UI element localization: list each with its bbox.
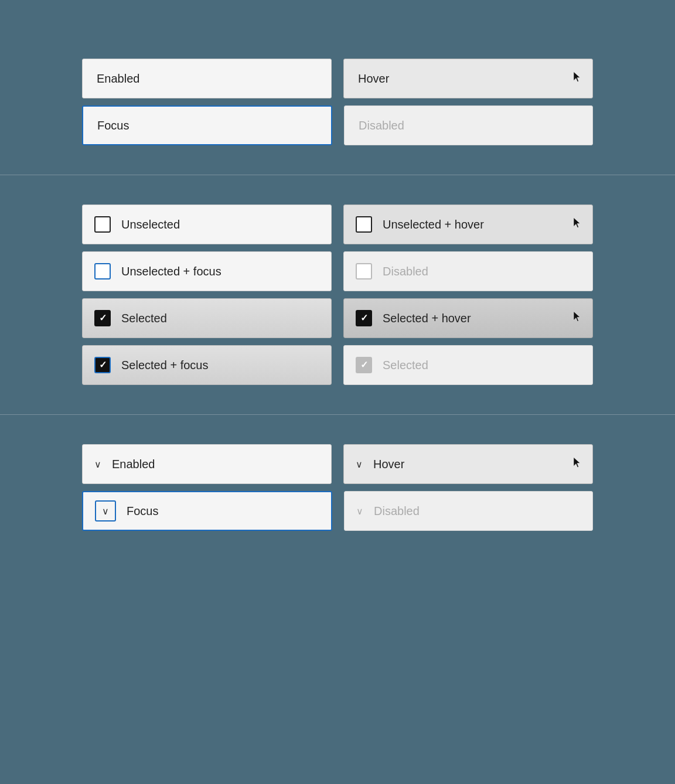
checkbox-widget-selected-focus: ✓ (94, 357, 111, 373)
checkbox-widget-unselected-hover (356, 216, 372, 233)
checkbox-selected-disabled-label: Selected (383, 359, 428, 372)
cursor-icon-3 (572, 311, 583, 326)
checkmark-icon-2: ✓ (360, 313, 368, 323)
text-inputs-row-2: Focus Disabled (82, 105, 593, 145)
checkbox-selected-label: Selected (121, 312, 167, 325)
dropdowns-section: ∨ Enabled ∨ Hover ∨ Focus (0, 421, 675, 554)
checkbox-selected-focus-label: Selected + focus (121, 359, 208, 372)
checkbox-unselected[interactable]: Unselected (82, 204, 332, 244)
checkbox-row-3: ✓ Selected ✓ Selected + hover (82, 298, 593, 338)
divider-1 (0, 175, 675, 175)
checkbox-selected-disabled: ✓ Selected (343, 345, 593, 385)
checkbox-row-1: Unselected Unselected + hover (82, 204, 593, 244)
checkboxes-section: Unselected Unselected + hover Unselected… (0, 181, 675, 408)
input-disabled: Disabled (344, 105, 593, 145)
checkbox-widget-selected-disabled: ✓ (356, 357, 372, 373)
checkbox-widget-selected: ✓ (94, 310, 111, 326)
chevron-focus-box: ∨ (95, 500, 116, 521)
dropdown-hover[interactable]: ∨ Hover (343, 444, 593, 484)
page-container: Enabled Hover Focus Disabled (0, 0, 675, 589)
text-inputs-row-1: Enabled Hover (82, 59, 593, 98)
dropdown-focus-label: Focus (127, 505, 158, 518)
chevron-down-icon-3: ∨ (102, 506, 109, 517)
checkbox-unselected-hover[interactable]: Unselected + hover (343, 204, 593, 244)
dropdown-row-1: ∨ Enabled ∨ Hover (82, 444, 593, 484)
dropdown-enabled-label: Enabled (112, 458, 155, 471)
cursor-icon-4 (572, 456, 583, 472)
input-hover[interactable]: Hover (343, 59, 593, 98)
checkbox-unselected-label: Unselected (121, 218, 180, 231)
input-enabled-label: Enabled (97, 72, 139, 86)
checkbox-widget-focus (94, 263, 111, 279)
dropdown-disabled: ∨ Disabled (344, 491, 593, 531)
text-inputs-section: Enabled Hover Focus Disabled (0, 35, 675, 169)
checkbox-widget-disabled (356, 263, 372, 279)
checkbox-widget-unselected (94, 216, 111, 233)
checkbox-selected-focus[interactable]: ✓ Selected + focus (82, 345, 332, 385)
checkbox-widget-selected-hover: ✓ (356, 310, 372, 326)
checkbox-unselected-hover-label: Unselected + hover (383, 218, 484, 231)
checkbox-disabled-label: Disabled (383, 265, 428, 278)
checkbox-selected-hover-label: Selected + hover (383, 312, 471, 325)
chevron-down-icon: ∨ (94, 459, 101, 470)
checkbox-unselected-focus-label: Unselected + focus (121, 265, 221, 278)
checkbox-unselected-focus[interactable]: Unselected + focus (82, 251, 332, 291)
checkbox-selected[interactable]: ✓ Selected (82, 298, 332, 338)
chevron-down-icon-4: ∨ (356, 506, 363, 517)
checkbox-row-4: ✓ Selected + focus ✓ Selected (82, 345, 593, 385)
cursor-icon-2 (572, 217, 583, 233)
checkmark-icon: ✓ (99, 313, 107, 323)
dropdown-row-2: ∨ Focus ∨ Disabled (82, 491, 593, 531)
dropdown-disabled-label: Disabled (374, 505, 420, 518)
dropdown-hover-label: Hover (373, 458, 404, 471)
checkmark-icon-3: ✓ (99, 360, 107, 370)
input-focus-label: Focus (97, 119, 129, 132)
dropdown-focus[interactable]: ∨ Focus (82, 491, 332, 531)
input-hover-label: Hover (358, 72, 389, 86)
input-disabled-label: Disabled (359, 119, 404, 132)
input-focus[interactable]: Focus (82, 105, 332, 145)
checkbox-row-2: Unselected + focus Disabled (82, 251, 593, 291)
checkmark-icon-4: ✓ (360, 360, 368, 370)
divider-2 (0, 414, 675, 415)
checkbox-selected-hover[interactable]: ✓ Selected + hover (343, 298, 593, 338)
chevron-down-icon-2: ∨ (356, 459, 363, 470)
checkbox-disabled: Disabled (343, 251, 593, 291)
input-enabled[interactable]: Enabled (82, 59, 332, 98)
cursor-icon (572, 71, 583, 87)
dropdown-enabled[interactable]: ∨ Enabled (82, 444, 332, 484)
